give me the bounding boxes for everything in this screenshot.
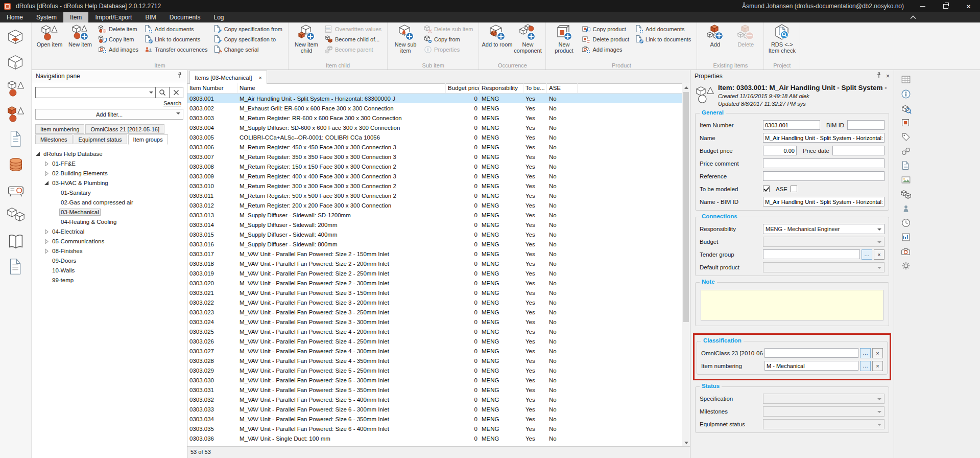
rds-item-check-button[interactable]: RDS <-> Item check (767, 24, 797, 54)
tab-items-03-mechanical[interactable]: Items [03-Mechanical] × (189, 71, 267, 84)
item-row[interactable]: 0303.009M_Return Register: 400 x 400 Fac… (187, 171, 682, 181)
nav-tab-omniclass-21-2012-05-16[interactable]: OmniClass 21 [2012-05-16] (85, 124, 164, 134)
delete-item-button[interactable]: Delete item (97, 24, 140, 34)
column-header-ase[interactable]: ASE (547, 83, 578, 93)
sidebar-systems-icon[interactable] (4, 204, 28, 227)
add-documents-button[interactable]: Add documents (633, 24, 693, 34)
add-button[interactable]: Add (700, 24, 730, 48)
tree-item-02-building-elements[interactable]: 02-Building Elements (32, 168, 187, 178)
item-row[interactable]: 0303.029M_VAV Unit - Parallel Fan Powere… (187, 365, 682, 375)
delete-sub-item-button[interactable]: Delete sub item (422, 24, 475, 34)
restore-button[interactable] (934, 0, 957, 12)
item-row[interactable]: 0303.006M_Return Register: 450 x 450 Fac… (187, 142, 682, 152)
right-panel-images-icon[interactable] (898, 173, 914, 187)
change-serial-button[interactable]: Change serial (212, 44, 284, 55)
price-date-input[interactable] (832, 146, 885, 155)
right-panel-components-icon[interactable] (898, 187, 914, 201)
sidebar-documents-icon[interactable] (4, 127, 28, 150)
item-row[interactable]: 0303.010M_Return Register: 300 x 300 Fac… (187, 181, 682, 191)
new-component-button[interactable]: New component (512, 24, 543, 54)
column-header-name[interactable]: Name (237, 83, 446, 93)
milestones-select[interactable] (763, 406, 885, 417)
tree-item-01-ff-e[interactable]: 01-FF&E (32, 158, 187, 168)
expand-arrow-icon[interactable] (43, 228, 49, 234)
item-row[interactable]: 0303.017M_VAV Unit - Parallel Fan Powere… (187, 249, 682, 259)
search-combobox[interactable] (35, 87, 156, 98)
nav-tab-equipmnet-status[interactable]: Equipmnet status (74, 134, 127, 144)
link-to-documents-button[interactable]: Link to documents (633, 34, 693, 44)
item-row[interactable]: 0303.022M_VAV Unit - Parallel Fan Powere… (187, 297, 682, 307)
tree-item-04-heating-cooling[interactable]: 04-Heating & Cooling (32, 217, 187, 226)
search-link[interactable]: Search (163, 100, 181, 106)
clear-search-icon[interactable] (170, 87, 183, 98)
equipment-status-select[interactable] (763, 419, 885, 429)
collapse-ribbon-icon[interactable] (910, 12, 916, 22)
item-row[interactable]: 0303.004M_Supply Diffuser: SD-600 x 600 … (187, 123, 682, 132)
item-row[interactable]: 0303.025M_VAV Unit - Parallel Fan Powere… (187, 327, 682, 336)
close-tab-icon[interactable]: × (259, 75, 262, 81)
sidebar-room-data-icon[interactable] (4, 51, 28, 74)
browse-icon[interactable]: … (862, 249, 872, 260)
item-row[interactable]: 0303.035M_VAV Unit - Parallel Fan Powere… (187, 424, 682, 433)
tree-item-09-doors[interactable]: 09-Doors (32, 256, 187, 265)
item-row[interactable]: 0303.015M_Supply Diffuser - Sidewall: 40… (187, 230, 682, 239)
become-child-of-button[interactable]: Become child of... (323, 34, 384, 44)
menu-bim[interactable]: BIM (138, 12, 162, 22)
tree-item-02-gas-and-compressed-air[interactable]: 02-Gas and compressed air (32, 197, 187, 207)
item-row[interactable]: 0303.005COLIBRI-CCa+ALSc--OR-0001: COLIB… (187, 132, 682, 142)
sidebar-equipment-icon[interactable] (4, 178, 28, 201)
to-be-modeled-checkbox[interactable] (763, 186, 770, 192)
clear-icon[interactable]: × (872, 348, 883, 358)
menu-item[interactable]: Item (63, 12, 88, 22)
item-row[interactable]: 0303.018M_VAV Unit - Parallel Fan Powere… (187, 259, 682, 268)
reference-input[interactable] (763, 171, 885, 181)
item-row[interactable]: 0303.016M_Supply Diffuser - Sidewall: 80… (187, 239, 682, 249)
item-row[interactable]: 0303.030M_VAV Unit - Parallel Fan Powere… (187, 375, 682, 385)
note-textarea[interactable] (701, 290, 883, 320)
pin-icon[interactable] (177, 72, 183, 80)
menu-documents[interactable]: Documents (163, 12, 207, 22)
item-row[interactable]: 0303.031M_VAV Unit - Parallel Fan Powere… (187, 385, 682, 395)
new-item-button[interactable]: New item (65, 24, 95, 48)
tree-item-03-mechanical[interactable]: 03-Mechanical (32, 207, 187, 217)
menu-home[interactable]: Home (0, 12, 30, 22)
tree-item-10-walls[interactable]: 10-Walls (32, 265, 187, 275)
item-row[interactable]: 0303.036M_VAV Unit - Single Duct: 100 mm… (187, 433, 682, 443)
column-header-item-number[interactable]: Item Number (187, 83, 237, 93)
item-row[interactable]: 0303.026M_VAV Unit - Parallel Fan Powere… (187, 336, 682, 346)
copy-specification-from-button[interactable]: Copy specification from (212, 24, 284, 34)
open-item-button[interactable]: Open item (34, 24, 65, 48)
item-row[interactable]: 0303.002M_Exhaust Grill: ER-600 x 600 Fa… (187, 103, 682, 113)
item-row[interactable]: 0303.021M_VAV Unit - Parallel Fan Powere… (187, 288, 682, 297)
item-row[interactable]: 0303.020M_VAV Unit - Parallel Fan Powere… (187, 278, 682, 288)
nav-tab-item-numbering[interactable]: Item numbering (35, 124, 84, 134)
scrollbar-thumb[interactable] (683, 92, 689, 322)
tree-item-08-finishes[interactable]: 08-Finishes (32, 246, 187, 256)
new-sub-item-button[interactable]: New sub item (390, 24, 421, 54)
sidebar-finance-icon[interactable] (4, 153, 28, 176)
column-header-responsibility[interactable]: Responsibility (480, 83, 523, 93)
expand-arrow-icon[interactable] (35, 151, 40, 156)
right-panel-documents-icon[interactable] (898, 158, 914, 172)
sidebar-items-icon[interactable] (4, 102, 28, 125)
item-row[interactable]: 0303.007M_Return Register: 350 x 350 Fac… (187, 152, 682, 162)
add-to-room-button[interactable]: Add to room (482, 24, 512, 48)
add-images-button[interactable]: Add images (580, 44, 631, 55)
new-item-child-button[interactable]: New item child (291, 24, 322, 54)
expand-arrow-icon[interactable] (43, 161, 49, 166)
item-row[interactable]: 0303.013M_Supply Diffuser - Sidewall: SD… (187, 210, 682, 220)
right-panel-camera-icon[interactable] (898, 244, 914, 258)
browse-icon[interactable]: … (860, 361, 871, 371)
tree-item-05-communications[interactable]: 05-Communications (32, 236, 187, 246)
item-row[interactable]: 0303.034M_VAV Unit - Parallel Fan Powere… (187, 414, 682, 424)
close-button[interactable]: × (957, 0, 980, 12)
column-header-to-be[interactable]: To be... (523, 83, 547, 93)
bim-id-input[interactable] (847, 120, 885, 130)
responsibility-select[interactable]: MENG - Mechanical Engineer (763, 224, 885, 234)
link-to-documents-button[interactable]: Link to documents (142, 34, 210, 44)
sidebar-reports-icon[interactable] (4, 230, 28, 253)
overwritten-values-button[interactable]: Overwritten values (323, 24, 384, 34)
vertical-scrollbar[interactable] (682, 83, 690, 447)
item-row[interactable]: 0303.024M_VAV Unit - Parallel Fan Powere… (187, 317, 682, 327)
item-row[interactable]: 0303.001M_Air Handling Unit - Split Syst… (187, 94, 682, 103)
